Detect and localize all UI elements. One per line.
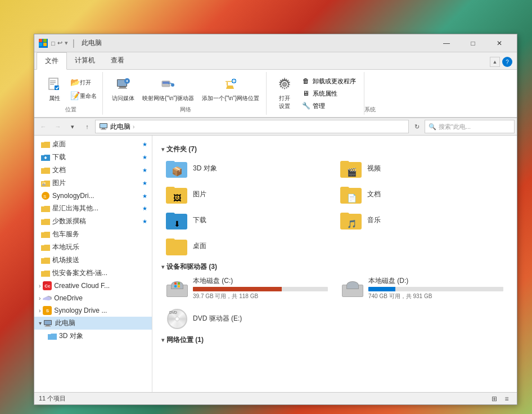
sidebar-item-bendi[interactable]: 本地玩乐 [34,241,152,254]
shaoshupai-pin: ★ [142,218,147,224]
map-drive-label: 映射网络{"\n"}驱动器 [142,94,194,102]
svg-rect-2 [50,82,56,83]
svg-rect-32 [45,326,51,327]
ribbon-tab-bar: 文件 计算机 查看 ▲ ? [34,52,517,70]
sidebar-item-documents[interactable]: 文档 ★ [34,164,152,177]
sidebar: 桌面 ★ 下载 ★ 文档 ★ [34,136,152,392]
drive-grid: 本地磁盘 (C:) 39.7 GB 可用，共 118 GB [161,274,508,331]
sidebar-group-creative-cloud[interactable]: › Cc Creative Cloud F... [34,280,152,292]
sidebar-group-synology-drive[interactable]: › S Synology Drive ... [34,304,152,317]
sidebar-item-desktop[interactable]: 桌面 ★ [34,138,152,151]
recent-button[interactable]: ▾ [66,120,79,133]
forward-button[interactable]: → [51,120,65,133]
window-icon [39,39,48,48]
folder-3d-objects[interactable]: 📦 3D 对象 [161,156,333,180]
thispc-icon [44,320,53,327]
rename-button[interactable]: 📝 重命名 [68,89,99,102]
address-path[interactable]: 此电脑 › [95,120,409,133]
documents-pin: ★ [142,167,147,173]
network-section-header[interactable]: ▾ 网络位置 (1) [161,335,508,345]
drive-d-info: 本地磁盘 (D:) 740 GB 可用，共 931 GB [368,276,503,300]
open-button[interactable]: 📂 打开 [68,76,99,88]
folder-3d-icon: 📦 [166,159,188,178]
folder-downloads[interactable]: ⬇ 下载 [161,208,333,232]
view-grid-button[interactable]: ⊞ [489,394,500,404]
view-list-button[interactable]: ≡ [501,394,512,404]
path-this-pc[interactable]: 此电脑 [110,122,130,132]
uninstall-button[interactable]: 🗑 卸载或更改程序 [299,75,358,87]
drive-d-bar-container [368,287,503,291]
open-settings-label: 打开设置 [279,94,290,110]
drive-c[interactable]: 本地磁盘 (C:) 39.7 GB 可用，共 118 GB [161,274,332,303]
title-bar: □ ↩ ▾ | 此电脑 — □ ✕ [34,34,517,52]
sidebar-group-onedrive[interactable]: › OneDrive [34,292,152,304]
sidebar-item-pictures[interactable]: 图片 ★ [34,177,152,190]
quick-undo-btn[interactable]: ↩ [57,39,62,47]
folder-music[interactable]: 🎵 音乐 [336,208,508,232]
tab-file[interactable]: 文件 [37,52,67,70]
folders-chevron: ▾ [161,146,164,152]
baoche-folder-icon [41,230,50,239]
network-group-label: 网络 [180,106,191,114]
sidebar-item-yuean[interactable]: 悦安备案文档-涵... [34,267,152,280]
main-area: 桌面 ★ 下载 ★ 文档 ★ [34,136,517,392]
uninstall-label: 卸载或更改程序 [313,77,356,86]
minimize-button[interactable]: — [434,34,459,52]
folder-pictures[interactable]: 🖼 图片 [161,182,333,206]
sidebar-item-baoche[interactable]: 包车服务 [34,228,152,241]
help-button[interactable]: ? [502,57,512,67]
refresh-button[interactable]: ↻ [410,120,423,133]
folder-video[interactable]: 🎬 视频 [336,156,508,180]
bendi-folder-icon [41,243,50,252]
folder-grid: 📦 3D 对象 🎬 视频 [161,156,508,258]
system-props-button[interactable]: 🖥 系统属性 [299,88,358,99]
tab-computer[interactable]: 计算机 [67,52,103,69]
close-button[interactable]: ✕ [486,34,512,52]
devices-title: 设备和驱动器 (3) [166,262,217,272]
maximize-button[interactable]: □ [460,34,486,52]
manage-icon: 🔧 [301,101,310,110]
tab-view[interactable]: 查看 [103,52,132,69]
properties-button[interactable]: 属性 [42,73,67,105]
back-button[interactable]: ← [37,120,50,133]
sidebar-group-this-pc[interactable]: ▾ 此电脑 [34,317,152,330]
folder-video-label: 视频 [367,164,381,173]
add-network-label: 添加一个{"\n"}网络位置 [202,94,259,102]
sidebar-item-xinghu[interactable]: 星汇出海其他... ★ [34,202,152,215]
location-group-items: 属性 📂 打开 📝 重命名 [42,73,99,105]
open-settings-button[interactable]: 打开设置 [272,73,297,114]
manage-button[interactable]: 🔧 管理 [299,100,358,111]
svg-rect-1 [50,80,56,82]
svg-rect-17 [232,80,236,82]
3d-objects-icon [48,332,57,341]
folders-section-header[interactable]: ▾ 文件夹 (7) [161,145,508,154]
ribbon-collapse-btn[interactable]: ▲ [490,57,500,67]
svg-rect-22 [100,124,107,128]
map-drive-icon [159,75,177,93]
map-drive-button[interactable]: 映射网络{"\n"}驱动器 [139,73,197,105]
access-media-button[interactable]: 访问媒体 [109,73,138,105]
drive-dvd-info: DVD 驱动器 (E:) [193,314,328,325]
properties-label: 属性 [49,94,60,102]
sidebar-item-downloads[interactable]: 下载 ★ [34,151,152,164]
ribbon-content: 属性 📂 打开 📝 重命名 位置 [34,70,517,118]
sidebar-item-jichang[interactable]: 机场接送 [34,254,152,267]
sidebar-item-synology[interactable]: S SynologyDri... ★ [34,190,152,202]
devices-section-header[interactable]: ▾ 设备和驱动器 (3) [161,262,508,272]
sidebar-item-shaoshupai[interactable]: 少数派撰稿 ★ [34,215,152,228]
drive-d[interactable]: 本地磁盘 (D:) 740 GB 可用，共 931 GB [337,274,508,303]
downloads-folder-icon [41,153,50,162]
sidebar-item-3d-objects[interactable]: 3D 对象 [34,330,152,343]
up-button[interactable]: ↑ [80,120,94,133]
drive-dvd[interactable]: DVD DVD 驱动器 (E:) [161,307,332,331]
folder-desktop[interactable]: 桌面 [161,234,333,258]
path-computer-icon [99,122,108,131]
search-box[interactable]: 🔍 搜索"此电... [425,120,515,133]
folder-documents[interactable]: 📄 文档 [336,182,508,206]
drive-c-info: 本地磁盘 (C:) 39.7 GB 可用，共 118 GB [193,276,328,300]
search-placeholder: 搜索"此电... [439,123,471,131]
add-network-button[interactable]: 添加一个{"\n"}网络位置 [199,73,263,105]
path-chevron: › [133,124,134,130]
quick-save-btn[interactable]: □ [51,40,55,47]
cc-expand-icon: › [39,283,40,289]
